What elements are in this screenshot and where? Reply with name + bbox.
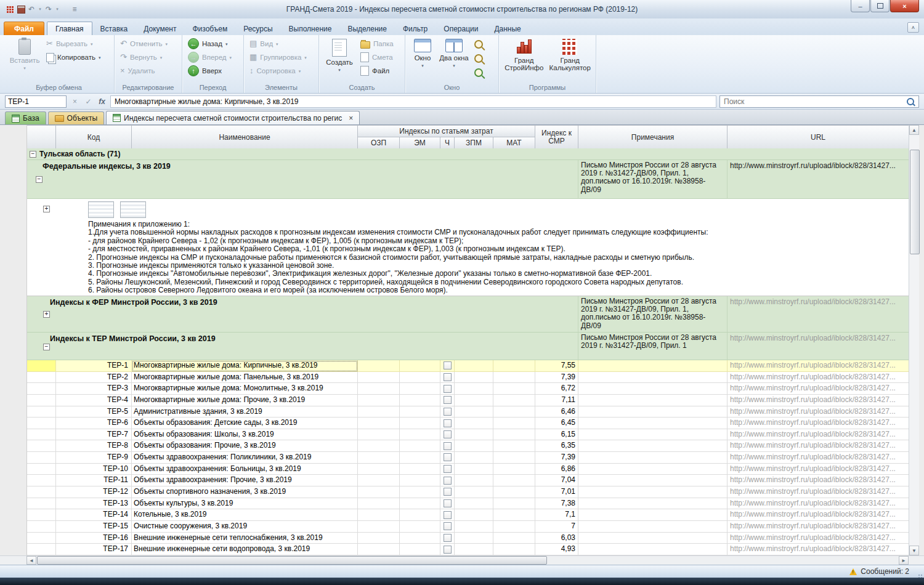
search-input[interactable] [720,97,907,106]
minimize-button[interactable]: – [851,0,870,12]
ribbon-tab-Выполнение[interactable]: Выполнение [281,22,340,35]
row-checkbox[interactable] [444,534,452,542]
copy-button[interactable]: Копировать ▾ [44,50,103,64]
col-header-mat[interactable]: МАТ [493,137,535,149]
redo-icon[interactable]: ↷ [44,4,53,14]
row-url[interactable]: http://www.minstroyrf.ru/upload/iblock/8… [727,395,909,406]
view-button[interactable]: ▤ Вид ▾ [247,37,309,50]
row-checkbox[interactable] [444,511,452,519]
section-expander[interactable]: + [43,311,50,318]
table-row[interactable]: ТЕР-6Объекты образования: Детские сады, … [27,418,909,429]
row-url[interactable]: http://www.minstroyrf.ru/upload/iblock/8… [727,464,909,475]
col-header-zpm[interactable]: ЗПМ [455,137,493,149]
table-row[interactable]: ТЕР-5Административные здания, 3 кв.20196… [27,406,909,418]
doc-tab-3[interactable]: Индексы пересчета сметной стоимости стро… [106,111,360,124]
row-checkbox[interactable] [444,361,452,369]
sorting-button[interactable]: ↕ Сортировка ▾ [247,64,309,78]
row-checkbox[interactable] [444,396,452,404]
grouping-button[interactable]: ▦ Группировка ▾ [247,50,309,64]
row-url[interactable]: http://www.minstroyrf.ru/upload/iblock/8… [727,440,909,452]
table-row[interactable]: ТЕР-1Многоквартирные жилые дома: Кирпичн… [27,360,909,372]
scroll-down-icon[interactable]: ▼ [909,546,919,555]
file-button[interactable]: Файл [358,64,396,78]
table-row[interactable]: ТЕР-3Многоквартирные жилые дома: Монолит… [27,383,909,395]
row-url[interactable]: http://www.minstroyrf.ru/upload/iblock/8… [727,521,909,533]
section-url[interactable]: http://www.minstroyrf.ru/upload/iblock/8… [727,160,909,199]
attachment-thumbnail[interactable] [120,201,146,218]
row-checkbox[interactable] [444,465,452,473]
section-row[interactable]: −Индексы к ТЕР Минстрой России, 3 кв 201… [27,333,909,360]
resize-grip[interactable] [916,570,922,576]
ribbon-tab-Данные[interactable]: Данные [486,22,529,35]
row-url[interactable]: http://www.minstroyrf.ru/upload/iblock/8… [727,533,909,544]
scroll-right-icon[interactable]: ► [899,556,909,565]
row-url[interactable]: http://www.minstroyrf.ru/upload/iblock/8… [727,509,909,521]
back-button[interactable]: ← Назад ▾ [185,37,234,50]
forward-button[interactable]: → Вперед ▾ [185,50,234,64]
section-row[interactable]: +Индексы к ФЕР Минстрой России, 3 кв 201… [27,296,909,333]
row-checkbox[interactable] [444,546,452,554]
section-row[interactable]: −Федеральные индексы, 3 кв 2019Письмо Ми… [27,160,909,199]
ribbon-tab-Вставка[interactable]: Вставка [92,22,136,35]
row-url[interactable]: http://www.minstroyrf.ru/upload/iblock/8… [727,360,909,372]
row-url[interactable]: http://www.minstroyrf.ru/upload/iblock/8… [727,498,909,510]
row-url[interactable]: http://www.minstroyrf.ru/upload/iblock/8… [727,544,909,555]
row-url[interactable]: http://www.minstroyrf.ru/upload/iblock/8… [727,418,909,429]
ribbon-tab-Выделение[interactable]: Выделение [339,22,395,35]
col-header-notes[interactable]: Примечания [578,126,727,149]
col-header-url[interactable]: URL [727,126,909,149]
grand-stroyinfo-button[interactable]: Гранд СтройИнфо [502,37,546,81]
row-url[interactable]: http://www.minstroyrf.ru/upload/iblock/8… [727,486,909,498]
table-row[interactable]: ТЕР-12Объекты спортивного назначения, 3 … [27,486,909,498]
two-windows-button[interactable]: Два окна ▾ [438,37,470,81]
horizontal-scroll-thumb[interactable] [37,556,547,565]
undo-icon[interactable]: ↶ [27,4,36,14]
delete-button[interactable]: × Удалить [118,64,170,78]
row-checkbox[interactable] [444,373,452,381]
ribbon-tab-file[interactable]: Файл [4,22,44,35]
table-row[interactable]: ТЕР-15Очистные сооружения, 3 кв.20197htt… [27,521,909,533]
col-header-name[interactable]: Наименование [132,126,358,149]
horizontal-scrollbar[interactable]: ◄ ► [26,556,909,565]
section-url[interactable]: http://www.minstroyrf.ru/upload/iblock/8… [727,296,909,333]
doc-tab-1[interactable]: База [5,111,46,124]
row-checkbox[interactable] [444,488,452,496]
create-button[interactable]: Создать ▾ [322,37,357,81]
row-checkbox[interactable] [444,522,452,530]
ribbon-tab-Физобъем[interactable]: Физобъем [184,22,235,35]
col-header-em[interactable]: ЭМ [400,137,440,149]
qat-customize-icon[interactable]: ≡ [70,4,79,14]
col-header-code[interactable]: Код [56,126,132,149]
table-row[interactable]: ТЕР-10Объекты здравоохранения: Больницы,… [27,464,909,475]
cut-button[interactable]: ✂ Вырезать ▾ [44,37,103,50]
row-checkbox[interactable] [444,419,452,427]
attachment-thumbnail[interactable] [88,201,114,218]
maximize-button[interactable] [870,0,890,12]
window-button[interactable]: Окно ▾ [408,37,437,81]
row-checkbox[interactable] [444,477,452,485]
ribbon-tab-Операции[interactable]: Операции [436,22,486,35]
row-checkbox[interactable] [444,442,452,450]
row-checkbox[interactable] [444,453,452,461]
messages-count[interactable]: Сообщений: 2 [861,567,909,576]
redo-button[interactable]: ↷ Вернуть ▾ [118,50,170,64]
folder-button[interactable]: Папка [358,37,396,50]
tab-close-icon[interactable]: × [349,114,353,123]
col-header-ch[interactable]: Ч [440,137,455,149]
ribbon-tab-Документ[interactable]: Документ [136,22,184,35]
col-header-smr-index[interactable]: Индекс к СМР [535,126,578,149]
table-row[interactable]: ТЕР-9Объекты здравоохранения: Поликлиник… [27,452,909,464]
estimate-button[interactable]: Смета [358,50,396,64]
row-checkbox[interactable] [444,430,452,438]
table-row[interactable]: ТЕР-8Объекты образования: Прочие, 3 кв.2… [27,440,909,452]
col-header-ozp[interactable]: ОЗП [358,137,400,149]
section-expander[interactable]: − [43,344,50,350]
table-row[interactable]: ТЕР-16Внешние инженерные сети теплоснабж… [27,533,909,544]
ribbon-collapse-icon[interactable]: ˄ [907,22,919,33]
ribbon-tab-Главная[interactable]: Главная [47,22,92,35]
confirm-entry-icon[interactable]: ✓ [83,97,94,106]
ribbon-tab-Фильтр[interactable]: Фильтр [395,22,436,35]
row-url[interactable]: http://www.minstroyrf.ru/upload/iblock/8… [727,452,909,464]
vertical-scroll-thumb[interactable] [910,150,920,254]
close-button[interactable]: × [890,0,919,12]
